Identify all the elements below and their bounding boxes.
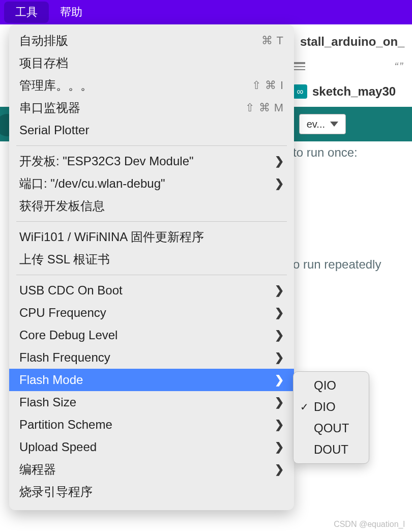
chevron-right-icon: ❯ <box>275 155 284 168</box>
code-line: to run once: <box>293 145 358 159</box>
menu-separator <box>16 221 287 222</box>
editor-tab-strip: stall_arduino_on_ “ ” <box>293 24 412 75</box>
submenu-label: DOUT <box>314 442 348 457</box>
chevron-down-icon <box>330 122 338 127</box>
submenu-label: DIO <box>314 400 336 414</box>
menu-ssl-cert[interactable]: 上传 SSL 根证书 <box>9 248 294 271</box>
menu-programmer[interactable]: 编程器 ❯ <box>9 458 294 481</box>
menu-label: 上传 SSL 根证书 <box>19 251 110 268</box>
sketch-tab[interactable]: ∞ sketch_may30 <box>293 76 412 107</box>
flash-mode-option-qio[interactable]: QIO <box>293 375 369 396</box>
menu-shortcut: ⇧ ⌘ M <box>245 101 284 114</box>
check-icon: ✓ <box>299 401 310 413</box>
board-selector[interactable]: ev... <box>299 114 346 134</box>
flash-mode-submenu: QIO ✓ DIO QOUT DOUT <box>293 371 369 464</box>
menu-burn-bootloader[interactable]: 烧录引导程序 <box>9 481 294 503</box>
chevron-right-icon: ❯ <box>275 440 284 454</box>
chevron-right-icon: ❯ <box>275 373 284 387</box>
menu-label: 管理库。。。 <box>19 77 93 94</box>
menu-label: WiFi101 / WiFiNINA 固件更新程序 <box>19 229 204 245</box>
menu-flash-mode[interactable]: Flash Mode ❯ <box>9 369 294 391</box>
menu-label: 自动排版 <box>19 33 68 49</box>
menu-label: 编程器 <box>19 461 56 478</box>
menu-serial-plotter[interactable]: Serial Plotter <box>9 119 294 141</box>
menu-serial-monitor[interactable]: 串口监视器 ⇧ ⌘ M <box>9 97 294 119</box>
chevron-right-icon: ❯ <box>275 351 284 364</box>
menubar-tools[interactable]: 工具 <box>4 2 49 23</box>
menu-label: USB CDC On Boot <box>19 283 123 298</box>
menu-wifi-firmware[interactable]: WiFi101 / WiFiNINA 固件更新程序 <box>9 226 294 248</box>
menu-archive-sketch[interactable]: 项目存档 <box>9 52 294 74</box>
menu-label: Core Debug Level <box>19 328 117 342</box>
flash-mode-option-dio[interactable]: ✓ DIO <box>293 396 369 418</box>
menu-cpu-frequency[interactable]: CPU Frequency ❯ <box>9 302 294 324</box>
submenu-label: QIO <box>314 378 336 393</box>
chevron-right-icon: ❯ <box>275 418 284 431</box>
menu-label: Flash Mode <box>19 373 83 387</box>
menu-label: 项目存档 <box>19 55 68 71</box>
menu-label: 烧录引导程序 <box>19 484 93 500</box>
tools-menu: 自动排版 ⌘ T 项目存档 管理库。。。 ⇧ ⌘ I 串口监视器 ⇧ ⌘ M S… <box>9 24 294 510</box>
menu-shortcut: ⌘ T <box>261 34 284 47</box>
chevron-right-icon: ❯ <box>275 177 284 190</box>
board-selector-label: ev... <box>307 119 325 130</box>
menu-label: 获得开发板信息 <box>19 198 105 214</box>
chevron-right-icon: ❯ <box>275 306 284 319</box>
menu-label: Flash Frequency <box>19 350 110 365</box>
menu-port[interactable]: 端口: "/dev/cu.wlan-debug" ❯ <box>9 172 294 195</box>
sketch-name: sketch_may30 <box>312 84 396 99</box>
menubar: 工具 帮助 <box>0 0 412 24</box>
menu-upload-speed[interactable]: Upload Speed ❯ <box>9 436 294 458</box>
menu-label: 开发板: "ESP32C3 Dev Module" <box>19 153 194 169</box>
chevron-right-icon: ❯ <box>275 463 284 476</box>
menu-flash-frequency[interactable]: Flash Frequency ❯ <box>9 346 294 369</box>
watermark: CSDN @equation_l <box>334 520 405 529</box>
menu-label: Partition Scheme <box>19 418 112 432</box>
menu-usb-cdc[interactable]: USB CDC On Boot ❯ <box>9 279 294 302</box>
menu-manage-libraries[interactable]: 管理库。。。 ⇧ ⌘ I <box>9 74 294 97</box>
menu-board-info[interactable]: 获得开发板信息 <box>9 195 294 217</box>
menu-label: Serial Plotter <box>19 123 89 137</box>
flash-mode-option-qout[interactable]: QOUT <box>293 418 369 439</box>
arduino-icon: ∞ <box>293 84 307 99</box>
list-icon <box>293 62 305 71</box>
menubar-help[interactable]: 帮助 <box>49 2 94 23</box>
quotes-icon: “ ” <box>394 60 402 73</box>
menu-label: 串口监视器 <box>19 100 80 116</box>
menu-label: 端口: "/dev/cu.wlan-debug" <box>19 175 165 192</box>
menu-separator <box>16 275 287 275</box>
chevron-right-icon: ❯ <box>275 396 284 409</box>
chevron-right-icon: ❯ <box>275 329 284 342</box>
menu-label: Flash Size <box>19 395 76 409</box>
menu-core-debug-level[interactable]: Core Debug Level ❯ <box>9 324 294 346</box>
menu-label: Upload Speed <box>19 440 97 454</box>
menu-auto-format[interactable]: 自动排版 ⌘ T <box>9 29 294 52</box>
menu-partition-scheme[interactable]: Partition Scheme ❯ <box>9 413 294 436</box>
code-editor[interactable]: to run once: o run repeatedly <box>293 141 412 532</box>
menu-label: CPU Frequency <box>19 306 106 320</box>
menu-flash-size[interactable]: Flash Size ❯ <box>9 391 294 413</box>
menu-shortcut: ⇧ ⌘ I <box>252 79 284 92</box>
code-line: o run repeatedly <box>293 257 381 271</box>
open-file-tab[interactable]: stall_arduino_on_ <box>300 35 404 49</box>
submenu-label: QOUT <box>314 421 349 435</box>
menu-board[interactable]: 开发板: "ESP32C3 Dev Module" ❯ <box>9 150 294 172</box>
flash-mode-option-dout[interactable]: DOUT <box>293 439 369 460</box>
menu-separator <box>16 145 287 146</box>
chevron-right-icon: ❯ <box>275 284 284 297</box>
